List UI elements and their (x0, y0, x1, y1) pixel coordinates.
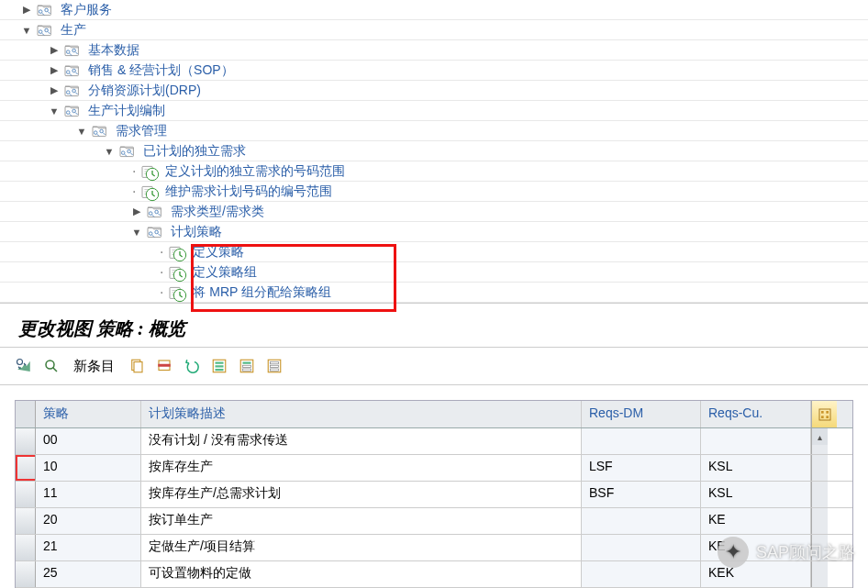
cell-strategy-code[interactable]: 21 (36, 535, 141, 560)
cell-reqs-dm[interactable]: LSF (582, 455, 701, 481)
tree-item-label[interactable]: 需求类型/需求类 (171, 204, 264, 220)
table-row[interactable]: 25可设置物料的定做KEK (16, 561, 852, 588)
tree-item-label[interactable]: 销售 & 经营计划（SOP） (88, 62, 234, 79)
select-all-button[interactable] (208, 355, 230, 377)
tree-item[interactable]: ▶客户服务 (0, 0, 868, 20)
cell-strategy-code[interactable]: 20 (36, 508, 141, 534)
expand-toggle[interactable]: ▶ (18, 4, 35, 16)
cell-reqs-dm[interactable] (582, 535, 701, 560)
table-row[interactable]: 00没有计划 / 没有需求传送▴ (16, 428, 852, 455)
tree-item[interactable]: ▼计划策略 (0, 222, 868, 242)
vertical-scrollbar[interactable] (811, 561, 828, 587)
table-settings-button[interactable] (811, 401, 837, 427)
row-selector[interactable] (16, 561, 36, 587)
expand-toggle[interactable]: ▶ (46, 84, 62, 96)
table-row[interactable]: 10按库存生产LSFKSL (16, 455, 852, 482)
vertical-scrollbar[interactable] (811, 508, 828, 534)
new-entries-button[interactable]: 新条目 (68, 355, 120, 377)
col-header-strategy[interactable]: 策略 (36, 401, 141, 427)
row-selector-header[interactable] (16, 401, 36, 427)
toggle-display-change-button[interactable] (13, 355, 35, 377)
tree-item[interactable]: ·将 MRP 组分配给策略组 (0, 283, 868, 303)
col-header-reqs-dm[interactable]: Reqs-DM (582, 401, 701, 427)
tree-item-label[interactable]: 定义计划的独立需求的号码范围 (165, 163, 345, 180)
cell-description[interactable]: 定做生产/项目结算 (141, 535, 582, 560)
row-selector[interactable] (16, 428, 36, 454)
tree-item[interactable]: ▼生产计划编制 (0, 101, 868, 121)
cell-description[interactable]: 按库存生产/总需求计划 (141, 482, 582, 507)
cell-description[interactable]: 按订单生产 (141, 508, 582, 534)
row-selector[interactable] (16, 482, 36, 507)
cell-reqs-cu[interactable]: KSL (701, 455, 811, 481)
tree-item[interactable]: ·定义策略 (0, 242, 868, 262)
cell-reqs-dm[interactable] (582, 561, 701, 587)
cell-description[interactable]: 可设置物料的定做 (141, 561, 582, 587)
tree-item[interactable]: ▼生产 (0, 20, 868, 40)
expand-toggle[interactable]: ▼ (73, 126, 90, 137)
tree-item[interactable]: ·定义策略组 (0, 262, 868, 283)
cell-strategy-code[interactable]: 10 (36, 455, 141, 481)
row-selector[interactable] (16, 508, 36, 534)
vertical-scrollbar[interactable] (811, 482, 828, 507)
tree-item-label[interactable]: 生产 (61, 22, 86, 39)
undo-button[interactable] (181, 355, 203, 377)
details-button[interactable] (40, 355, 62, 377)
delete-button[interactable] (153, 355, 175, 377)
tree-item-label[interactable]: 已计划的独立需求 (143, 143, 246, 160)
cell-reqs-dm[interactable] (582, 428, 701, 454)
tree-item[interactable]: ·维护需求计划号码的编号范围 (0, 182, 868, 202)
expand-toggle[interactable]: ▼ (128, 227, 145, 238)
cell-strategy-code[interactable]: 25 (36, 561, 141, 587)
cell-reqs-cu[interactable] (701, 428, 811, 454)
vertical-scrollbar[interactable]: ▴ (811, 428, 828, 454)
expand-toggle[interactable]: ▶ (128, 205, 145, 217)
tree-item-label[interactable]: 计划策略 (171, 224, 222, 240)
tree-item[interactable]: ▼已计划的独立需求 (0, 141, 868, 161)
cell-reqs-cu[interactable]: KE (701, 535, 811, 560)
cell-reqs-cu[interactable]: KEK (701, 561, 811, 587)
tree-item[interactable]: ▶基本数据 (0, 40, 868, 61)
select-block-button[interactable] (236, 355, 258, 377)
tree-item[interactable]: ·定义计划的独立需求的号码范围 (0, 161, 868, 182)
tree-item-label[interactable]: 基本数据 (88, 42, 139, 59)
deselect-all-button[interactable] (263, 355, 285, 377)
tree-item-label[interactable]: 需求管理 (116, 123, 167, 139)
table-row[interactable]: 20按订单生产KE (16, 508, 852, 535)
expand-toggle[interactable]: ▼ (46, 105, 62, 116)
cell-strategy-code[interactable]: 11 (36, 482, 141, 507)
col-header-reqs-cu[interactable]: Reqs-Cu. (701, 401, 811, 427)
expand-toggle[interactable]: ▶ (46, 64, 62, 76)
table-row[interactable]: 11按库存生产/总需求计划BSFKSL (16, 482, 852, 508)
tree-item[interactable]: ▶分销资源计划(DRP) (0, 81, 868, 101)
tree-item[interactable]: ▼需求管理 (0, 121, 868, 141)
row-selector[interactable] (16, 535, 36, 560)
copy-as-button[interactable] (126, 355, 148, 377)
scroll-up-button[interactable]: ▴ (812, 428, 828, 445)
tree-item-label[interactable]: 定义策略组 (193, 264, 257, 281)
tree-item-label[interactable]: 生产计划编制 (88, 103, 165, 119)
tree-item-label[interactable]: 分销资源计划(DRP) (88, 83, 201, 99)
img-activity-icon (139, 183, 160, 200)
table-row[interactable]: 21定做生产/项目结算KE (16, 535, 852, 561)
row-selector[interactable] (16, 455, 36, 481)
cell-reqs-cu[interactable]: KSL (701, 482, 811, 507)
expand-toggle[interactable]: ▶ (46, 44, 62, 56)
tree-item[interactable]: ▶销售 & 经营计划（SOP） (0, 61, 868, 81)
cell-reqs-dm[interactable]: BSF (582, 482, 701, 507)
tree-item-label[interactable]: 定义策略 (193, 244, 244, 261)
vertical-scrollbar[interactable] (811, 455, 828, 481)
expand-toggle[interactable]: ▼ (18, 25, 35, 36)
svg-rect-66 (243, 362, 251, 364)
tree-item-label[interactable]: 将 MRP 组分配给策略组 (193, 284, 331, 301)
cell-strategy-code[interactable]: 00 (36, 428, 141, 454)
cell-description[interactable]: 按库存生产 (141, 455, 582, 481)
tree-item-label[interactable]: 维护需求计划号码的编号范围 (165, 183, 332, 200)
tree-item[interactable]: ▶需求类型/需求类 (0, 202, 868, 222)
cell-description[interactable]: 没有计划 / 没有需求传送 (141, 428, 582, 454)
vertical-scrollbar[interactable] (811, 535, 828, 560)
expand-toggle[interactable]: ▼ (101, 146, 117, 157)
col-header-description[interactable]: 计划策略描述 (141, 401, 582, 427)
cell-reqs-cu[interactable]: KE (701, 508, 811, 534)
cell-reqs-dm[interactable] (582, 508, 701, 534)
tree-item-label[interactable]: 客户服务 (61, 2, 112, 18)
